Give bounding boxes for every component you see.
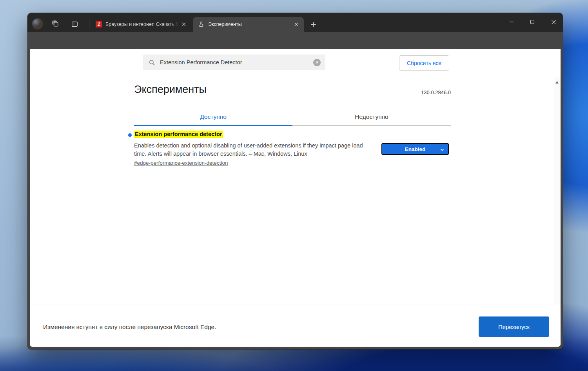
tab-title: Браузеры и интернет. Скачать бе [105,22,180,27]
tabstrip-separator [89,20,89,28]
new-tab-button[interactable] [308,19,318,29]
tab-close-icon[interactable] [292,20,301,29]
flag-value-select[interactable]: Enabled [381,143,449,155]
search-input[interactable] [159,59,313,66]
restart-footer: Изменения вступят в силу после перезапус… [30,304,561,347]
tab-close-icon[interactable] [180,20,188,29]
flags-search-header: ✕ Сбросить все [30,49,561,77]
flag-description: Enables detection and optional disabling… [134,142,375,158]
tab-title: Эксперименты [208,22,292,27]
toolbar: Edge edge://flags [27,32,563,49]
workspaces-icon[interactable] [51,19,61,29]
flags-search-box[interactable]: ✕ [143,55,325,70]
restart-message: Изменения вступят в силу после перезапус… [43,324,216,331]
flags-page: ✕ Сбросить все Эксперименты 130.0.2846.0… [30,49,561,347]
channel-one-favicon: 1 [96,21,102,27]
flag-bullet-dot [128,133,132,137]
clear-search-icon[interactable]: ✕ [313,59,321,66]
flag-id-link[interactable]: #edge-performance-extension-detection [134,160,228,166]
page-title: Эксперименты [134,84,207,96]
flag-selected-value: Enabled [405,146,426,152]
tab-available[interactable]: Доступно [134,109,292,126]
flags-tabs: Доступно Недоступно [134,109,451,126]
flag-name-highlighted: Extension performance detector [134,131,223,138]
browser-version: 130.0.2846.0 [421,89,451,95]
search-icon [149,59,155,66]
maximize-button[interactable] [524,15,541,29]
restart-button[interactable]: Перезапуск [479,316,549,337]
profile-avatar[interactable] [32,18,43,29]
close-button[interactable] [545,15,562,29]
reset-all-button[interactable]: Сбросить все [399,55,449,71]
titlebar: 1 Браузеры и интернет. Скачать бе Экспер… [27,13,563,32]
tab-browsers-article[interactable]: 1 Браузеры и интернет. Скачать бе [91,17,191,32]
tab-unavailable[interactable]: Недоступно [292,109,451,126]
page-scrollbar[interactable] [554,77,561,304]
edge-browser-window: 1 Браузеры и интернет. Скачать бе Экспер… [27,13,563,349]
scroll-up-arrow-icon[interactable] [555,81,559,84]
chevron-down-icon [440,147,445,152]
flask-icon [198,21,205,28]
tab-actions-menu-icon[interactable] [69,19,80,29]
tab-experiments[interactable]: Эксперименты [193,17,304,32]
minimize-button[interactable] [503,15,520,29]
